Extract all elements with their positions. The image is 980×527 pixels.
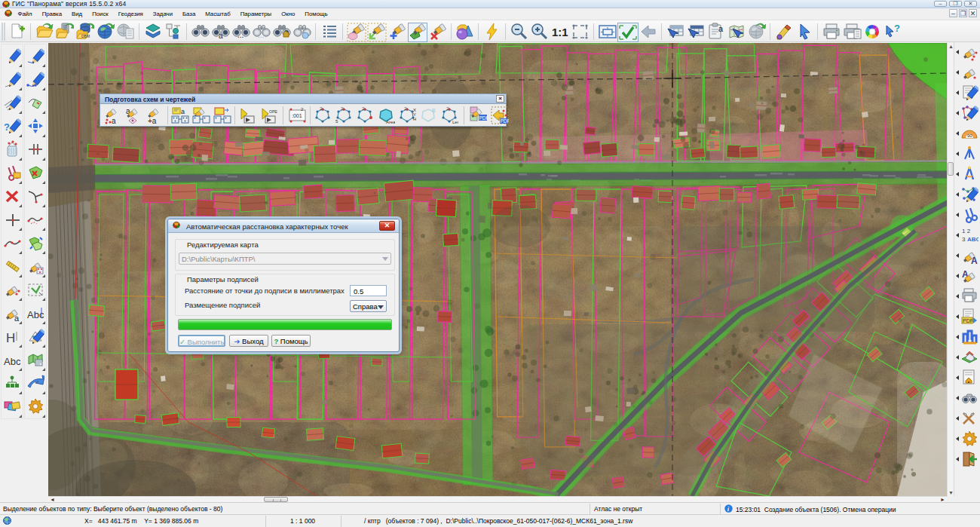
svg-text:H: H — [6, 331, 15, 345]
svg-text:a: a — [181, 108, 185, 115]
svg-text:90: 90 — [967, 133, 972, 138]
svg-text:OPEN: OPEN — [269, 109, 277, 114]
svg-text:3: 3 — [962, 236, 966, 243]
svg-text:Abc: Abc — [4, 356, 21, 367]
svg-text:PDF: PDF — [479, 115, 488, 121]
svg-text:H: H — [413, 117, 416, 121]
svg-text:?: ? — [894, 23, 900, 34]
svg-text:+a: +a — [148, 117, 157, 124]
svg-text:ABC: ABC — [967, 236, 978, 243]
svg-text:...: ... — [258, 31, 264, 39]
svg-text:B: B — [432, 108, 436, 113]
svg-text:a: a — [112, 117, 116, 124]
svg-text:1:1: 1:1 — [552, 26, 568, 38]
svg-text::001: :001 — [292, 113, 302, 118]
svg-text:...: ... — [237, 31, 243, 39]
svg-text:Area: Area — [386, 120, 395, 124]
svg-text:a: a — [219, 32, 223, 39]
svg-text:DBM: DBM — [81, 34, 90, 38]
svg-text:Len: Len — [452, 120, 458, 124]
svg-text:A: A — [971, 256, 978, 265]
svg-text:1 2: 1 2 — [962, 228, 971, 234]
svg-text:?: ? — [4, 121, 10, 133]
svg-text:a: a — [718, 24, 724, 33]
svg-text:5: 5 — [335, 119, 338, 124]
svg-text:PDF: PDF — [501, 118, 510, 124]
svg-text:PDF: PDF — [963, 318, 973, 323]
